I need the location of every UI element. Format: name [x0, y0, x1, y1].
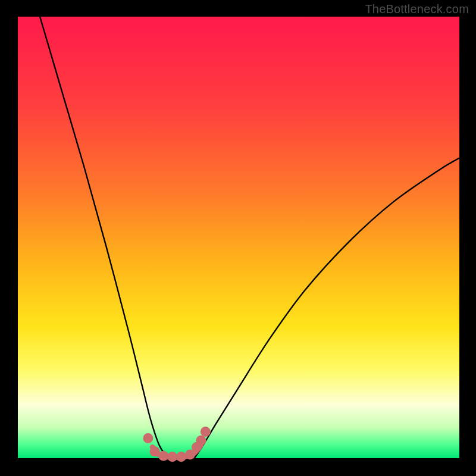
- floor-marker: [150, 446, 160, 456]
- floor-marker: [201, 427, 211, 437]
- floor-marker: [176, 452, 186, 462]
- chart-stage: TheBottleneck.com: [0, 0, 476, 476]
- floor-marker: [158, 451, 168, 461]
- floor-marker: [167, 452, 177, 462]
- floor-marker: [143, 433, 153, 443]
- watermark-text: TheBottleneck.com: [365, 2, 469, 16]
- plot-background: [18, 17, 459, 458]
- floor-marker: [196, 436, 206, 446]
- bottleneck-chart: [0, 0, 476, 476]
